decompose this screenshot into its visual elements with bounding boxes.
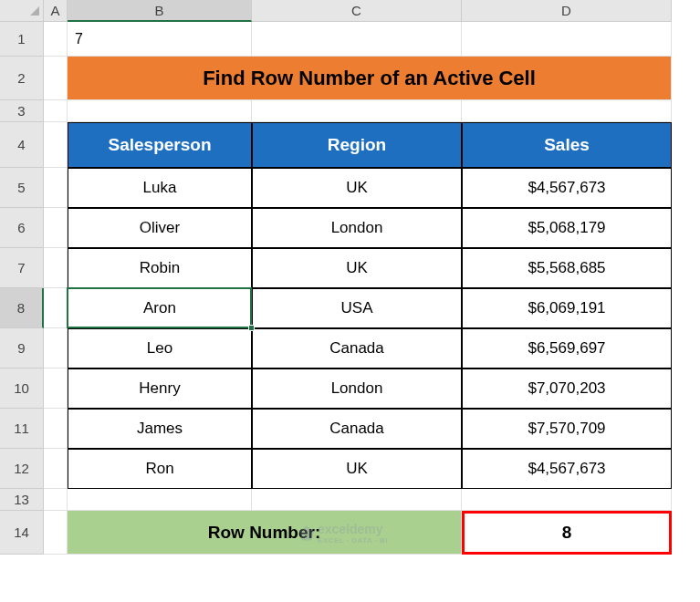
table-row[interactable]: $4,567,673 — [462, 449, 672, 489]
table-row[interactable]: $5,068,179 — [462, 208, 672, 248]
table-row[interactable]: $5,568,685 — [462, 248, 672, 288]
table-row[interactable]: Robin — [68, 248, 252, 288]
table-header-salesperson[interactable]: Salesperson — [68, 122, 252, 168]
row-header-1[interactable]: 1 — [0, 22, 44, 57]
cell-D1[interactable] — [462, 22, 672, 57]
select-all-icon — [30, 6, 39, 16]
table-row[interactable]: $4,567,673 — [462, 168, 672, 208]
grid-body: 7 Find Row Number of an Active Cell Sale… — [44, 22, 700, 555]
row-header-14[interactable]: 14 — [0, 511, 44, 555]
table-row[interactable]: $6,569,697 — [462, 328, 672, 368]
table-row[interactable]: Luka — [68, 168, 252, 208]
fill-handle[interactable] — [248, 325, 255, 331]
row-header-6[interactable]: 6 — [0, 208, 44, 248]
table-row[interactable]: $6,069,191 — [462, 288, 672, 328]
cell-A3[interactable] — [44, 100, 68, 122]
cell-A11[interactable] — [44, 409, 68, 449]
cell-A6[interactable] — [44, 208, 68, 248]
table-row[interactable]: Canada — [252, 409, 462, 449]
table-header-region[interactable]: Region — [252, 122, 462, 168]
cell-A4[interactable] — [44, 122, 68, 168]
table-row[interactable]: Ron — [68, 449, 252, 489]
table-row[interactable]: Oliver — [68, 208, 252, 248]
cell-B1[interactable]: 7 — [68, 22, 252, 57]
row-header-2[interactable]: 2 — [0, 57, 44, 100]
cell-A13[interactable] — [44, 489, 68, 511]
row-header-12[interactable]: 12 — [0, 449, 44, 489]
table-row[interactable]: UK — [252, 449, 462, 489]
col-header-D[interactable]: D — [462, 0, 672, 22]
col-header-C[interactable]: C — [252, 0, 462, 22]
cell-A12[interactable] — [44, 449, 68, 489]
result-value[interactable]: 8 — [462, 511, 672, 555]
table-row[interactable]: London — [252, 368, 462, 409]
col-header-A[interactable]: A — [44, 0, 68, 22]
table-row[interactable]: London — [252, 208, 462, 248]
title-banner[interactable]: Find Row Number of an Active Cell — [68, 57, 672, 100]
row-header-8[interactable]: 8 — [0, 288, 44, 328]
cell-D3[interactable] — [462, 100, 672, 122]
row-header-3[interactable]: 3 — [0, 100, 44, 122]
table-row[interactable]: $7,570,709 — [462, 409, 672, 449]
result-label[interactable]: Row Number: — [68, 511, 462, 555]
row-header-10[interactable]: 10 — [0, 368, 44, 409]
cell-A10[interactable] — [44, 368, 68, 409]
cell-A9[interactable] — [44, 328, 68, 368]
column-headers: A B C D — [0, 0, 700, 22]
table-row[interactable]: Canada — [252, 328, 462, 368]
table-row[interactable]: Henry — [68, 368, 252, 409]
row-header-5[interactable]: 5 — [0, 168, 44, 208]
row-header-13[interactable]: 13 — [0, 489, 44, 511]
table-row[interactable]: James — [68, 409, 252, 449]
table-row[interactable]: UK — [252, 168, 462, 208]
row-header-7[interactable]: 7 — [0, 248, 44, 288]
select-all-corner[interactable] — [0, 0, 44, 22]
table-row[interactable]: $7,070,203 — [462, 368, 672, 409]
cell-A8[interactable] — [44, 288, 68, 328]
cell-A1[interactable] — [44, 22, 68, 57]
spreadsheet: A B C D 1 2 3 4 5 6 7 8 9 10 11 12 13 14… — [0, 0, 700, 555]
cell-A5[interactable] — [44, 168, 68, 208]
table-row[interactable]: UK — [252, 248, 462, 288]
row-header-11[interactable]: 11 — [0, 409, 44, 449]
cell-B3[interactable] — [68, 100, 252, 122]
table-row[interactable]: Leo — [68, 328, 252, 368]
cell-C1[interactable] — [252, 22, 462, 57]
table-header-sales[interactable]: Sales — [462, 122, 672, 168]
cell-A2[interactable] — [44, 57, 68, 100]
row-header-9[interactable]: 9 — [0, 328, 44, 368]
row-headers: 1 2 3 4 5 6 7 8 9 10 11 12 13 14 — [0, 22, 44, 555]
cell-C3[interactable] — [252, 100, 462, 122]
row-header-4[interactable]: 4 — [0, 122, 44, 168]
cell-A7[interactable] — [44, 248, 68, 288]
col-header-B[interactable]: B — [68, 0, 252, 22]
cell-D13[interactable] — [462, 489, 672, 511]
table-row[interactable]: USA — [252, 288, 462, 328]
cell-A14[interactable] — [44, 511, 68, 555]
table-row[interactable]: Aron — [68, 288, 252, 328]
cell-B13[interactable] — [68, 489, 252, 511]
cell-C13[interactable] — [252, 489, 462, 511]
